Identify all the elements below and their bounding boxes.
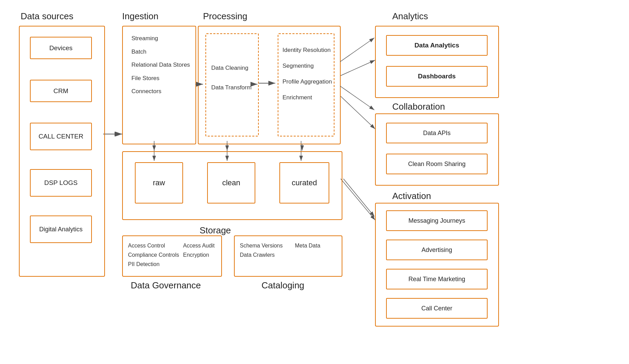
ingestion-title: Ingestion	[122, 11, 159, 22]
data-apis-box: Data APIs	[386, 123, 488, 143]
svg-line-22	[340, 38, 374, 62]
cataloging-title: Cataloging	[262, 280, 304, 291]
data-sources-title: Data sources	[21, 11, 73, 22]
processing-title: Processing	[203, 11, 247, 22]
storage-title: Storage	[200, 225, 231, 236]
governance-items-left: Access Control Compliance Controls PII D…	[128, 241, 179, 269]
analytics-title: Analytics	[392, 11, 428, 22]
activation-outer-box: Messaging Journeys Advertising Real Time…	[375, 203, 499, 327]
analytics-outer-box: Data Analytics Dashboards	[375, 26, 499, 98]
data-analytics-box: Data Analytics	[386, 35, 488, 56]
svg-line-26	[343, 179, 374, 217]
activation-title: Activation	[392, 191, 431, 201]
catalog-items-left: Schema Versions Data Crawlers	[240, 241, 283, 260]
catalog-items-right: Meta Data	[295, 241, 320, 250]
ingestion-items: Streaming Batch Relational Data Stores F…	[131, 33, 190, 97]
real-time-marketing-box: Real Time Marketing	[386, 269, 488, 289]
processing-right-items: Identity Resolution Segmenting Profile A…	[282, 44, 332, 103]
processing-outer-box: Data Cleaning Data Transform Identity Re…	[198, 26, 341, 144]
clean-room-box: Clean Room Sharing	[386, 154, 488, 174]
messaging-journeys-box: Messaging Journeys	[386, 210, 488, 231]
call-center-box-act: Call Center	[386, 298, 488, 319]
call-center-box: CALL CENTER	[30, 123, 92, 150]
cataloging-box: Schema Versions Data Crawlers Meta Data	[234, 235, 342, 277]
curated-box: curated	[279, 162, 329, 203]
raw-box: raw	[135, 162, 183, 203]
collaboration-title: Collaboration	[392, 101, 445, 112]
processing-left-dashed: Data Cleaning Data Transform	[205, 33, 259, 136]
diagram: Data sources Devices CRM CALL CENTER DSP…	[0, 0, 629, 364]
crm-box: CRM	[30, 80, 92, 102]
dsp-logs-box: DSP LOGS	[30, 169, 92, 197]
digital-analytics-box: Digital Analytics	[30, 216, 92, 243]
storage-box: raw clean curated	[122, 151, 342, 220]
processing-right-dashed: Identity Resolution Segmenting Profile A…	[278, 33, 334, 136]
collaboration-outer-box: Data APIs Clean Room Sharing	[375, 113, 499, 186]
data-sources-box: Devices CRM CALL CENTER DSP LOGS Digital…	[19, 26, 105, 277]
ingestion-box: Streaming Batch Relational Data Stores F…	[122, 26, 196, 144]
processing-left-items: Data Cleaning Data Transform	[211, 62, 252, 94]
data-governance-box: Access Control Compliance Controls PII D…	[122, 235, 222, 277]
clean-box: clean	[207, 162, 255, 203]
data-governance-title: Data Governance	[131, 280, 201, 291]
svg-line-24	[340, 86, 374, 110]
governance-items-right: Access Audit Encryption	[183, 241, 215, 260]
devices-box: Devices	[30, 37, 92, 59]
advertising-box: Advertising	[386, 240, 488, 260]
dashboards-box: Dashboards	[386, 66, 488, 87]
